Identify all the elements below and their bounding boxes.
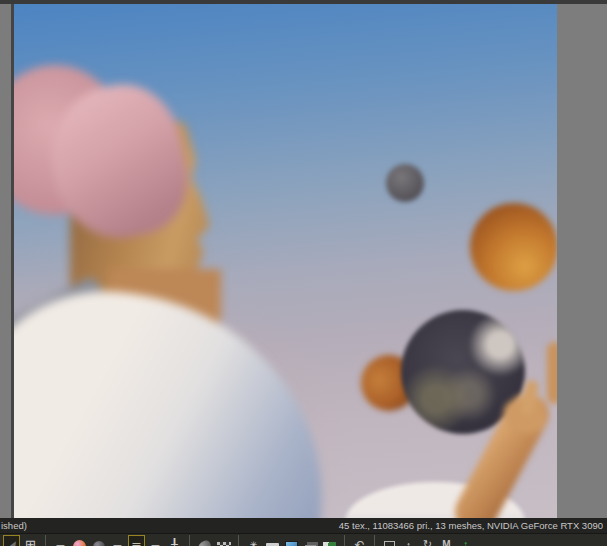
right-panel-gutter <box>557 4 607 518</box>
toolbar-separator <box>374 535 375 546</box>
raised-arm <box>14 4 557 518</box>
cube-icon[interactable] <box>381 536 398 546</box>
left-panel-gutter <box>0 4 11 518</box>
colored-sphere-tool-icon[interactable] <box>71 536 88 546</box>
pin-tool-selected-icon[interactable] <box>128 535 145 546</box>
green-clapper-icon[interactable] <box>321 536 338 546</box>
selection-arrow-icon[interactable] <box>3 535 20 546</box>
status-bar: ished) 45 tex., 11083466 pri., 13 meshes… <box>0 518 607 533</box>
scale-m-icon[interactable] <box>438 536 455 546</box>
application-window: ished) 45 tex., 11083466 pri., 13 meshes… <box>0 0 607 546</box>
pin-icon-2[interactable] <box>109 536 126 546</box>
bottom-toolbar <box>0 533 607 546</box>
rotate-arrow-icon[interactable] <box>419 536 436 546</box>
pin-icon-3[interactable] <box>147 536 164 546</box>
toolbar-separator <box>238 535 239 546</box>
printer-icon[interactable] <box>264 536 281 546</box>
sparkle-icon[interactable] <box>245 536 262 546</box>
dark-sphere-tool-icon[interactable] <box>90 536 107 546</box>
layers-icon[interactable] <box>302 536 319 546</box>
hand-tool-icon[interactable] <box>196 536 213 546</box>
fingertip <box>547 342 557 404</box>
render-status-text: ished) <box>0 518 27 533</box>
toolbar-separator <box>45 535 46 546</box>
toolbar-separator <box>189 535 190 546</box>
green-up-arrow-icon[interactable] <box>457 536 474 546</box>
window-frame-icon[interactable] <box>22 536 39 546</box>
blue-chip-icon[interactable] <box>283 536 300 546</box>
checkerboard-icon[interactable] <box>215 536 232 546</box>
render-viewport[interactable] <box>14 4 557 518</box>
up-down-arrow-icon[interactable] <box>400 536 417 546</box>
pin-cross-icon[interactable] <box>166 536 183 546</box>
gpu-stats-text: 45 tex., 11083466 pri., 13 meshes, NVIDI… <box>339 518 607 533</box>
toolbar-separator <box>344 535 345 546</box>
undo-arrow-icon[interactable] <box>351 536 368 546</box>
pin-icon-1[interactable] <box>52 536 69 546</box>
